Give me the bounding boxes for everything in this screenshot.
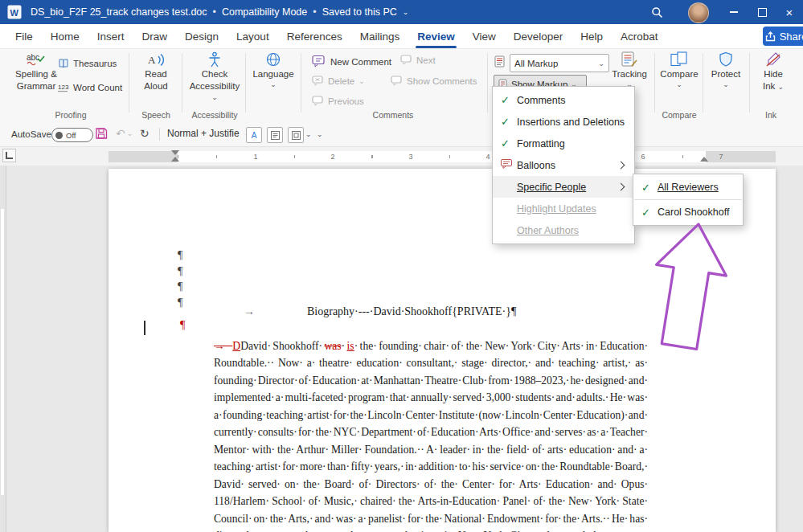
- document-title[interactable]: DS_bio_F2F 25_track changes test.doc • C…: [31, 0, 408, 24]
- new-comment-button[interactable]: New Comment: [312, 55, 391, 68]
- tab-insert[interactable]: Insert: [88, 24, 133, 48]
- minimize-icon: [730, 11, 738, 13]
- word-count-button[interactable]: 123 Word Count: [58, 82, 122, 93]
- menu-item-specific-people[interactable]: Specific People: [493, 176, 634, 198]
- compare-button[interactable]: Compare ⌄: [659, 51, 699, 88]
- style-name: Normal + Justifie: [167, 128, 240, 139]
- menu-item-highlight-updates[interactable]: Highlight Updates: [493, 198, 634, 219]
- spelling-grammar-button[interactable]: abc Spelling & Grammar: [13, 51, 59, 92]
- word-app-icon[interactable]: W: [7, 5, 22, 23]
- tab-home[interactable]: Home: [42, 24, 88, 48]
- close-button[interactable]: ×: [776, 0, 803, 24]
- delete-comment-button[interactable]: Delete ⌄: [312, 76, 365, 86]
- track-changes-icon: [621, 51, 638, 68]
- tab-file[interactable]: File: [6, 24, 42, 48]
- tab-references[interactable]: References: [278, 24, 351, 48]
- autosave-state: Off: [66, 131, 76, 140]
- chevron-right-icon: [617, 183, 625, 191]
- group-divider: [182, 53, 182, 113]
- hanging-indent-marker[interactable]: [171, 157, 179, 162]
- tab-selector-button[interactable]: [2, 149, 16, 162]
- button-label: Protect: [711, 69, 740, 80]
- protect-button[interactable]: Protect ⌄: [707, 51, 744, 88]
- tab-design[interactable]: Design: [176, 24, 227, 48]
- all-markup-dropdown[interactable]: All Markup ⌄: [510, 54, 609, 72]
- body-paragraph[interactable]: → DDavid· Shookhoff· was· is· the· found…: [214, 338, 648, 532]
- menu-item-balloons[interactable]: Balloons: [493, 154, 634, 176]
- style-dropdown[interactable]: Normal + Justifie ⌄: [167, 128, 250, 139]
- redo-button[interactable]: ↻: [140, 127, 150, 140]
- menu-item-label: Balloons: [517, 160, 555, 171]
- check-icon: ✓: [641, 207, 658, 219]
- vertical-ruler-strip: [0, 166, 6, 532]
- check-icon: ✓: [641, 182, 658, 194]
- group-label-speech: Speech: [122, 110, 190, 120]
- menu-item-label: Other Authors: [517, 225, 579, 236]
- tab-stop-icon: [6, 152, 13, 159]
- check-icon: ✓: [501, 137, 517, 149]
- menu-item-all-reviewers[interactable]: ✓ All Reviewers: [633, 177, 743, 198]
- minimize-button[interactable]: [720, 0, 748, 24]
- right-indent-marker[interactable]: [700, 157, 708, 162]
- check-accessibility-button[interactable]: Check Accessibility ⌄: [186, 51, 243, 102]
- ruler-number: 7: [717, 153, 724, 161]
- maximize-button[interactable]: [748, 0, 776, 24]
- ribbon-tab-bar: File Home Insert Draw Design Layout Refe…: [0, 24, 803, 49]
- menu-item-comments[interactable]: ✓ Comments: [493, 89, 634, 111]
- ruler-left-margin: [109, 151, 178, 162]
- chevron-down-icon[interactable]: ⌄: [305, 131, 312, 137]
- annotation-arrow-up: [640, 219, 739, 354]
- autosave-toggle[interactable]: Off: [51, 128, 93, 142]
- tracking-button[interactable]: Tracking ⌄: [609, 51, 649, 88]
- qat-overflow-chevron[interactable]: ⌄: [317, 131, 323, 137]
- menu-item-label: Formatting: [517, 138, 565, 149]
- search-icon[interactable]: [651, 6, 663, 22]
- chevron-down-icon: ⌄: [127, 130, 133, 137]
- group-label-comments: Comments: [359, 110, 427, 120]
- comment-icon: [312, 96, 324, 106]
- undo-button[interactable]: ↶ ⌄: [116, 127, 133, 140]
- share-icon: [765, 31, 776, 42]
- frame-icon[interactable]: [267, 127, 283, 143]
- hide-ink-button[interactable]: Hide Ink ⌄: [754, 51, 793, 92]
- tab-acrobat[interactable]: Acrobat: [612, 24, 667, 48]
- book-icon: [58, 58, 69, 69]
- read-aloud-button[interactable]: A Read Aloud: [137, 51, 175, 92]
- tab-draw[interactable]: Draw: [133, 24, 177, 48]
- ruler-number: 3: [407, 153, 414, 161]
- button-label: Show Comments: [407, 76, 477, 86]
- vertical-ruler-text-area: [1, 209, 4, 495]
- hide-ink-icon: [765, 51, 781, 68]
- save-button[interactable]: [95, 127, 108, 140]
- chevron-down-icon[interactable]: ⌄: [403, 9, 409, 15]
- first-line-indent-marker[interactable]: [171, 150, 179, 155]
- tab-review[interactable]: Review: [408, 24, 464, 48]
- tab-view[interactable]: View: [464, 24, 505, 48]
- button-label: Hide: [764, 69, 783, 80]
- button-label: Delete: [328, 76, 354, 86]
- boxed-a-icon[interactable]: A: [246, 127, 262, 143]
- new-comment-icon: [312, 55, 326, 68]
- text-run: · the· founding· chair· of· the· New· Yo…: [214, 340, 648, 532]
- balloons-icon: [501, 159, 517, 172]
- tab-mailings[interactable]: Mailings: [351, 24, 409, 48]
- next-comment-button[interactable]: Next: [400, 55, 436, 65]
- show-comments-button[interactable]: Show Comments: [391, 76, 477, 86]
- menu-item-formatting[interactable]: ✓ Formatting: [493, 133, 634, 154]
- menu-item-label: All Reviewers: [658, 182, 719, 193]
- frame-dropdown-icon[interactable]: [288, 127, 304, 143]
- tab-layout[interactable]: Layout: [227, 24, 278, 48]
- avatar[interactable]: [688, 2, 709, 23]
- language-button[interactable]: Language ⌄: [251, 51, 296, 88]
- menu-item-other-authors[interactable]: Other Authors: [493, 219, 634, 241]
- title-bar: W DS_bio_F2F 25_track changes test.doc •…: [0, 0, 803, 24]
- all-markup-value: All Markup: [514, 59, 558, 68]
- tab-help[interactable]: Help: [572, 24, 612, 48]
- comment-icon: [400, 55, 412, 65]
- share-button[interactable]: Share: [763, 27, 803, 46]
- thesaurus-button[interactable]: Thesaurus: [58, 58, 117, 69]
- menu-item-insertions-and-deletions[interactable]: ✓ Insertions and Deletions: [493, 111, 634, 133]
- previous-comment-button[interactable]: Previous: [312, 96, 364, 106]
- tab-developer[interactable]: Developer: [505, 24, 572, 48]
- inserted-run: D: [232, 340, 240, 352]
